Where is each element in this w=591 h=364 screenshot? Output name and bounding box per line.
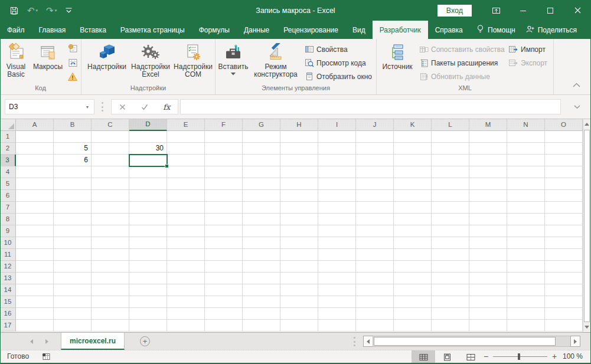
cell-G3[interactable] (243, 155, 280, 166)
cell-B9[interactable] (54, 225, 92, 237)
cell-N17[interactable] (507, 320, 545, 332)
cell-I4[interactable] (318, 166, 356, 178)
cell-J5[interactable] (356, 178, 394, 190)
cell-O9[interactable] (545, 225, 583, 237)
cell-J2[interactable] (356, 143, 394, 155)
row-header-14[interactable]: 14 (0, 284, 16, 296)
cell-K7[interactable] (394, 202, 432, 214)
tab-file[interactable]: Файл (0, 21, 32, 39)
cell-I17[interactable] (318, 320, 356, 332)
row-header-11[interactable]: 11 (0, 249, 16, 261)
cell-H6[interactable] (280, 190, 318, 202)
cell-G2[interactable] (243, 143, 280, 155)
row-header-15[interactable]: 15 (0, 296, 16, 308)
cell-N1[interactable] (507, 131, 545, 143)
cell-F9[interactable] (205, 225, 243, 237)
cell-K3[interactable] (394, 155, 432, 166)
cell-C15[interactable] (92, 296, 129, 308)
row-header-6[interactable]: 6 (0, 190, 16, 202)
cell-F13[interactable] (205, 273, 243, 284)
cell-L12[interactable] (432, 261, 469, 273)
cell-N12[interactable] (507, 261, 545, 273)
zoom-level-label[interactable]: 100 % (563, 352, 583, 360)
tab-help[interactable]: Справка (428, 21, 470, 39)
cell-O5[interactable] (545, 178, 583, 190)
cell-E12[interactable] (167, 261, 205, 273)
cell-J3[interactable] (356, 155, 394, 166)
column-header-N[interactable]: N (507, 119, 545, 131)
expansion-packs-button[interactable]: Пакеты расширения (419, 56, 507, 70)
vertical-scrollbar[interactable] (583, 119, 590, 332)
cell-C9[interactable] (92, 225, 129, 237)
cell-O16[interactable] (545, 308, 583, 320)
cell-L4[interactable] (432, 166, 469, 178)
cell-M10[interactable] (469, 237, 507, 249)
cell-B15[interactable] (54, 296, 92, 308)
cell-J17[interactable] (356, 320, 394, 332)
cell-E13[interactable] (167, 273, 205, 284)
cell-O14[interactable] (545, 284, 583, 296)
cell-M7[interactable] (469, 202, 507, 214)
cell-J4[interactable] (356, 166, 394, 178)
cell-K2[interactable] (394, 143, 432, 155)
sheet-next-icon[interactable] (41, 333, 52, 350)
cell-J15[interactable] (356, 296, 394, 308)
cell-A2[interactable] (16, 143, 54, 155)
row-header-17[interactable]: 17 (0, 320, 16, 332)
cell-E5[interactable] (167, 178, 205, 190)
cell-D16[interactable] (129, 308, 167, 320)
cell-G17[interactable] (243, 320, 280, 332)
row-header-16[interactable]: 16 (0, 308, 16, 320)
cell-O2[interactable] (545, 143, 583, 155)
cell-K6[interactable] (394, 190, 432, 202)
row-header-13[interactable]: 13 (0, 273, 16, 284)
cell-C12[interactable] (92, 261, 129, 273)
import-button[interactable]: Импорт (508, 42, 547, 56)
cell-D1[interactable] (129, 131, 167, 143)
fill-handle[interactable] (165, 164, 169, 168)
cell-L9[interactable] (432, 225, 469, 237)
macros-button[interactable]: Макросы (31, 40, 65, 71)
cell-I14[interactable] (318, 284, 356, 296)
cell-H12[interactable] (280, 261, 318, 273)
maximize-icon[interactable] (537, 0, 564, 21)
column-header-D[interactable]: D (129, 119, 167, 131)
cell-O10[interactable] (545, 237, 583, 249)
cell-A9[interactable] (16, 225, 54, 237)
cell-O6[interactable] (545, 190, 583, 202)
scroll-right-icon[interactable] (570, 336, 580, 347)
cell-J16[interactable] (356, 308, 394, 320)
row-header-4[interactable]: 4 (0, 166, 16, 178)
cell-I10[interactable] (318, 237, 356, 249)
cell-A17[interactable] (16, 320, 54, 332)
zoom-slider-thumb[interactable] (518, 353, 520, 360)
design-mode-button[interactable]: Режим конструктора (250, 40, 302, 78)
name-box[interactable]: D3 ▼ (5, 99, 94, 114)
zoom-in-icon[interactable]: + (550, 352, 559, 361)
scroll-left-icon[interactable] (363, 336, 373, 347)
cell-N4[interactable] (507, 166, 545, 178)
cell-F10[interactable] (205, 237, 243, 249)
cell-L5[interactable] (432, 178, 469, 190)
cell-M15[interactable] (469, 296, 507, 308)
cell-B16[interactable] (54, 308, 92, 320)
cell-B14[interactable] (54, 284, 92, 296)
row-header-1[interactable]: 1 (0, 131, 16, 143)
cell-I15[interactable] (318, 296, 356, 308)
cell-K5[interactable] (394, 178, 432, 190)
column-header-A[interactable]: A (16, 119, 54, 131)
cell-E16[interactable] (167, 308, 205, 320)
tab-page-layout[interactable]: Разметка страницы (113, 21, 192, 39)
cell-G1[interactable] (243, 131, 280, 143)
cell-G10[interactable] (243, 237, 280, 249)
cell-K17[interactable] (394, 320, 432, 332)
cancel-icon[interactable] (112, 100, 133, 114)
cell-L2[interactable] (432, 143, 469, 155)
row-header-2[interactable]: 2 (0, 143, 16, 155)
cell-A5[interactable] (16, 178, 54, 190)
cell-N10[interactable] (507, 237, 545, 249)
cell-M2[interactable] (469, 143, 507, 155)
cell-H16[interactable] (280, 308, 318, 320)
cell-L15[interactable] (432, 296, 469, 308)
cell-H9[interactable] (280, 225, 318, 237)
